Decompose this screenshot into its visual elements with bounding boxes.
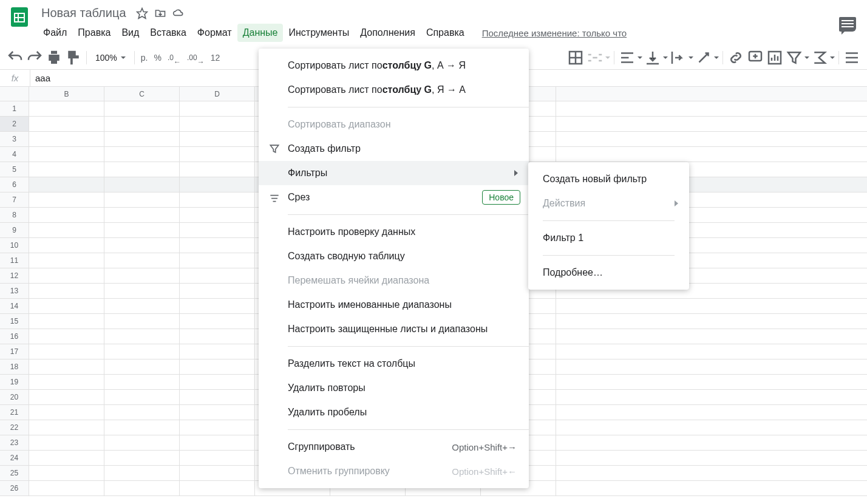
cell[interactable] <box>29 359 104 374</box>
cell[interactable] <box>180 481 255 495</box>
cell[interactable] <box>29 405 104 420</box>
menu-create-filter[interactable]: Создать фильтр <box>259 137 529 161</box>
cell[interactable] <box>29 192 104 207</box>
cell[interactable] <box>180 451 255 465</box>
cell[interactable] <box>29 162 104 177</box>
cell[interactable] <box>29 238 104 253</box>
print-icon[interactable] <box>45 49 63 67</box>
row-header[interactable]: 25 <box>0 466 29 480</box>
cell[interactable] <box>104 390 180 404</box>
cell[interactable] <box>29 420 104 435</box>
cell[interactable] <box>180 329 255 344</box>
move-icon[interactable] <box>154 7 166 19</box>
halign-dropdown-icon[interactable] <box>638 56 642 59</box>
paint-format-icon[interactable] <box>64 49 83 67</box>
cell[interactable] <box>180 375 255 389</box>
cell[interactable] <box>29 177 104 192</box>
row-header[interactable]: 22 <box>0 420 29 435</box>
rotate-dropdown-icon[interactable] <box>714 56 719 59</box>
cell[interactable] <box>104 344 180 359</box>
cell[interactable] <box>104 268 180 283</box>
menu-sort-az[interactable]: Сортировать лист по столбцу G, А → Я <box>259 53 529 78</box>
cell[interactable] <box>29 208 104 222</box>
valign-icon[interactable] <box>644 49 662 67</box>
cell[interactable] <box>104 132 180 146</box>
cell[interactable] <box>180 117 255 131</box>
decrease-decimal-button[interactable]: .0← <box>165 49 183 67</box>
borders-icon[interactable] <box>566 49 585 67</box>
percent-button[interactable]: % <box>152 49 164 67</box>
menu-help[interactable]: Справка <box>421 24 470 42</box>
cell[interactable] <box>104 435 180 450</box>
cell[interactable] <box>180 147 255 162</box>
filter-icon[interactable] <box>785 49 803 67</box>
cell[interactable] <box>104 466 180 480</box>
row-header[interactable]: 17 <box>0 344 29 359</box>
cell[interactable] <box>29 147 104 162</box>
row-header[interactable]: 13 <box>0 284 29 298</box>
cell[interactable] <box>104 405 180 420</box>
cell[interactable] <box>180 390 255 404</box>
row-header[interactable]: 19 <box>0 375 29 389</box>
functions-dropdown-icon[interactable] <box>830 56 835 59</box>
row-header[interactable]: 5 <box>0 162 29 177</box>
row-header[interactable]: 2 <box>0 117 29 131</box>
cell[interactable] <box>29 314 104 329</box>
cell[interactable] <box>104 101 180 116</box>
star-icon[interactable] <box>136 7 148 19</box>
cell[interactable] <box>29 268 104 283</box>
menu-tools[interactable]: Инструменты <box>283 24 355 42</box>
sheets-logo[interactable] <box>7 5 32 29</box>
cell[interactable] <box>180 238 255 253</box>
cell[interactable] <box>29 253 104 268</box>
cell[interactable] <box>29 390 104 404</box>
cloud-icon[interactable] <box>172 7 185 19</box>
functions-icon[interactable] <box>811 49 829 67</box>
menu-format[interactable]: Формат <box>192 24 237 42</box>
row-header[interactable]: 20 <box>0 390 29 404</box>
row-header[interactable]: 18 <box>0 359 29 374</box>
row-header[interactable]: 11 <box>0 253 29 268</box>
cell[interactable] <box>29 132 104 146</box>
cell[interactable] <box>180 253 255 268</box>
cell[interactable] <box>104 223 180 237</box>
cell[interactable] <box>104 329 180 344</box>
cell[interactable] <box>180 314 255 329</box>
cell[interactable] <box>180 284 255 298</box>
cell[interactable] <box>104 208 180 222</box>
comment-icon[interactable] <box>746 49 764 67</box>
comments-icon[interactable] <box>839 17 856 32</box>
chart-icon[interactable] <box>766 49 784 67</box>
cell[interactable] <box>29 284 104 298</box>
submenu-filter-1[interactable]: Фильтр 1 <box>528 226 689 250</box>
cell[interactable] <box>104 451 180 465</box>
row-header[interactable]: 15 <box>0 314 29 329</box>
menu-filters[interactable]: Фильтры <box>259 161 529 185</box>
menu-insert[interactable]: Вставка <box>144 24 191 42</box>
cell[interactable] <box>104 117 180 131</box>
menu-edit[interactable]: Правка <box>72 24 116 42</box>
cell[interactable] <box>104 162 180 177</box>
cell[interactable] <box>104 375 180 389</box>
cell[interactable] <box>29 117 104 131</box>
cell[interactable] <box>180 177 255 192</box>
cell[interactable] <box>29 101 104 116</box>
row-header[interactable]: 23 <box>0 435 29 450</box>
cell[interactable] <box>29 375 104 389</box>
row-header[interactable]: 7 <box>0 192 29 207</box>
cell[interactable] <box>104 253 180 268</box>
menu-split-text[interactable]: Разделить текст на столбцы <box>259 352 529 376</box>
cell[interactable] <box>104 314 180 329</box>
wrap-dropdown-icon[interactable] <box>688 56 693 59</box>
filter-dropdown-icon[interactable] <box>804 56 809 59</box>
cell[interactable] <box>29 344 104 359</box>
row-header[interactable]: 16 <box>0 329 29 344</box>
merge-icon[interactable] <box>586 49 604 67</box>
row-header[interactable]: 26 <box>0 481 29 495</box>
rotate-icon[interactable] <box>695 49 713 67</box>
cell[interactable] <box>29 481 104 495</box>
row-header[interactable]: 10 <box>0 238 29 253</box>
row-header[interactable]: 6 <box>0 177 29 192</box>
row-header[interactable]: 4 <box>0 147 29 162</box>
menu-named-ranges[interactable]: Настроить именованные диапазоны <box>259 293 529 317</box>
